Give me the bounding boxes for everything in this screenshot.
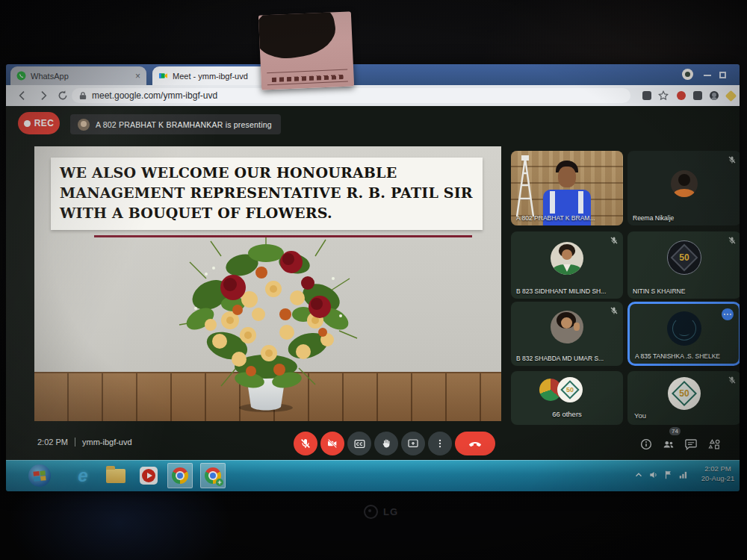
participant-face bbox=[558, 167, 576, 187]
chrome-taskbar-active-icon[interactable] bbox=[167, 463, 193, 488]
captions-button[interactable] bbox=[347, 432, 371, 455]
plus-icon bbox=[216, 479, 223, 486]
tile-others[interactable]: 50 66 others bbox=[511, 371, 623, 425]
meeting-info-bar: 2:02 PM ymm-ibgf-uvd bbox=[37, 438, 132, 447]
shirt-strap bbox=[578, 191, 583, 214]
avatar bbox=[667, 311, 701, 346]
address-bar[interactable]: meet.google.com/ymm-ibgf-uvd bbox=[72, 88, 630, 103]
chrome-new-profile-icon[interactable] bbox=[200, 463, 226, 488]
raise-hand-button[interactable] bbox=[374, 432, 398, 455]
more-options-button[interactable] bbox=[428, 432, 452, 455]
participants-count-badge: 74 bbox=[669, 427, 681, 435]
sticker-dark-blob bbox=[258, 11, 339, 63]
tile-name-label: B 823 SIDHHANT MILIND SH... bbox=[516, 287, 620, 295]
tile-sidhhant[interactable]: B 823 SIDHHANT MILIND SH... bbox=[511, 231, 623, 299]
tray-network-icon[interactable] bbox=[678, 470, 689, 480]
presenter-avatar bbox=[78, 119, 90, 131]
meet-icon bbox=[158, 71, 168, 81]
avatar bbox=[551, 311, 583, 343]
meet-main-area: REC A 802 PRABHAT K BRAMHANKAR is presen… bbox=[6, 106, 740, 460]
extension-dark-icon[interactable] bbox=[692, 90, 704, 102]
lg-face-icon bbox=[364, 505, 378, 519]
divider bbox=[75, 438, 75, 447]
forward-icon[interactable] bbox=[37, 90, 49, 102]
media-player-icon[interactable] bbox=[136, 463, 161, 488]
url-text: meet.google.com/ymm-ibgf-uvd bbox=[92, 90, 217, 101]
chat-button[interactable] bbox=[684, 438, 698, 451]
webcam-sticker bbox=[258, 11, 354, 90]
avatar-50-logo: 50 bbox=[668, 377, 701, 410]
end-call-button[interactable] bbox=[455, 432, 495, 455]
flower-bouquet-image bbox=[161, 225, 371, 414]
raise-hand-icon bbox=[380, 438, 392, 449]
more-vertical-icon bbox=[435, 438, 445, 449]
bookmark-star-icon[interactable] bbox=[657, 90, 669, 102]
recording-label: REC bbox=[34, 118, 55, 128]
tile-shabda[interactable]: B 832 SHABDA MD UMAR S... bbox=[511, 302, 623, 366]
tray-volume-icon[interactable] bbox=[648, 470, 659, 480]
meeting-clock: 2:02 PM bbox=[37, 438, 68, 447]
tile-reema[interactable]: Reema Nikalje bbox=[627, 151, 740, 225]
taskbar-clock[interactable]: 2:02 PM 20-Aug-21 bbox=[695, 464, 740, 484]
mic-muted-icon bbox=[610, 306, 619, 315]
taskbar-date: 20-Aug-21 bbox=[695, 473, 740, 483]
taskbar-time: 2:02 PM bbox=[695, 464, 740, 473]
presentation-slide: WE ALSO WELCOME OUR HONOURABLE MANAGEMEN… bbox=[34, 146, 501, 421]
tab-whatsapp-close-icon[interactable]: × bbox=[135, 72, 140, 81]
meeting-details-button[interactable] bbox=[639, 438, 653, 451]
recording-dot-icon bbox=[24, 120, 31, 127]
mic-muted-icon bbox=[728, 376, 737, 385]
extension-person-icon[interactable] bbox=[708, 90, 720, 102]
lg-logo-text: LG bbox=[383, 506, 398, 517]
tile-name-label: NITIN S KHAIRNE bbox=[633, 287, 738, 295]
internet-explorer-icon[interactable]: e bbox=[70, 463, 96, 488]
whatsapp-icon bbox=[16, 71, 26, 81]
present-screen-icon bbox=[407, 438, 419, 449]
tile-you[interactable]: 50 You bbox=[627, 371, 740, 425]
browser-tab-strip: WhatsApp × Meet - ymm-ibgf-uvd × + bbox=[6, 64, 740, 85]
back-icon[interactable] bbox=[16, 90, 28, 102]
recording-indicator: REC bbox=[18, 112, 60, 134]
speaking-badge-icon bbox=[722, 308, 734, 320]
mic-muted-icon bbox=[728, 155, 737, 164]
tab-whatsapp-label: WhatsApp bbox=[31, 72, 131, 81]
fifty-logo-text: 50 bbox=[557, 386, 583, 393]
fifty-logo-text: 50 bbox=[668, 388, 701, 399]
camera-off-button[interactable] bbox=[320, 432, 344, 455]
tab-whatsapp[interactable]: WhatsApp × bbox=[10, 66, 146, 85]
mic-mute-button[interactable] bbox=[294, 432, 317, 455]
shirt-strap bbox=[550, 191, 555, 214]
participants-button[interactable] bbox=[662, 438, 675, 451]
presenting-text: A 802 PRABHAT K BRAMHANKAR is presenting bbox=[96, 120, 272, 129]
mic-muted-icon bbox=[728, 236, 737, 245]
tile-nitin[interactable]: 50 NITIN S KHAIRNE bbox=[627, 231, 740, 299]
browser-profile-avatar[interactable] bbox=[682, 69, 693, 80]
tile-name-label: You bbox=[634, 411, 646, 420]
avatar bbox=[551, 242, 583, 275]
bookmark-tag-icon[interactable] bbox=[641, 90, 653, 102]
sticker-rule bbox=[267, 69, 347, 74]
captions-icon bbox=[353, 438, 366, 450]
tile-name-label: 66 others bbox=[511, 410, 623, 418]
fifty-logo-text: 50 bbox=[668, 252, 701, 263]
tile-prabhat[interactable]: A 802 PRABHAT K BRAM... bbox=[511, 151, 623, 225]
profile-diamond-icon[interactable] bbox=[725, 90, 737, 102]
camera-off-icon bbox=[326, 438, 338, 449]
file-explorer-icon[interactable] bbox=[103, 463, 128, 488]
tile-tanishka-selected[interactable]: A 835 TANISHKA .S. SHELKE bbox=[627, 302, 740, 366]
reload-icon[interactable] bbox=[57, 90, 69, 102]
avatar bbox=[671, 170, 698, 197]
window-minimize-button[interactable] bbox=[704, 75, 711, 76]
present-screen-button[interactable] bbox=[401, 432, 425, 455]
avatar-50-logo: 50 bbox=[667, 240, 701, 275]
tile-name-label: Reema Nikalje bbox=[633, 214, 738, 222]
start-button[interactable] bbox=[27, 463, 52, 488]
tray-show-hidden-icon[interactable] bbox=[633, 470, 644, 480]
windows-taskbar: e bbox=[6, 460, 740, 491]
window-maximize-button[interactable] bbox=[719, 72, 726, 78]
extension-red-icon[interactable] bbox=[675, 90, 687, 102]
tray-action-center-icon[interactable] bbox=[663, 470, 674, 480]
activities-button[interactable] bbox=[708, 438, 722, 451]
windows-flag-icon bbox=[33, 470, 46, 482]
tower-model bbox=[514, 155, 536, 220]
